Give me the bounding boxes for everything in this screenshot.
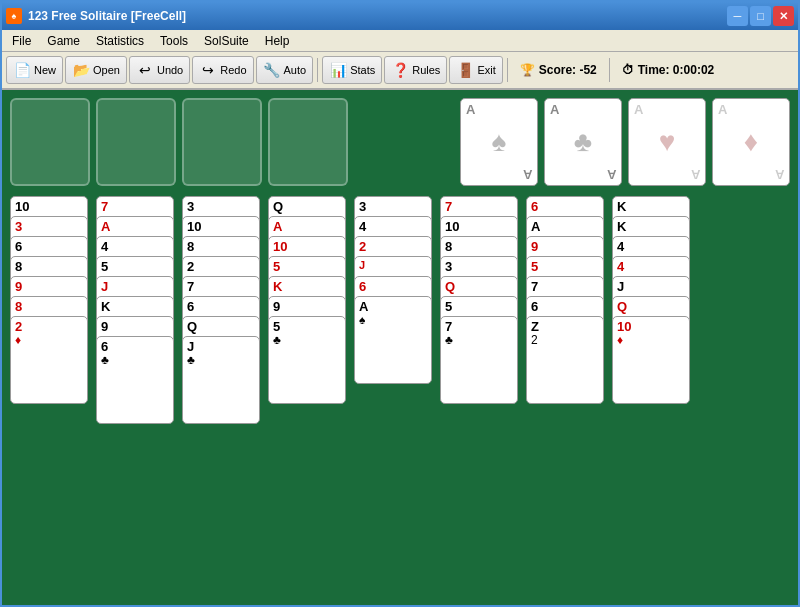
redo-button[interactable]: ↪ Redo (192, 56, 253, 84)
menu-solsuite[interactable]: SolSuite (196, 32, 257, 50)
foundation-diamonds[interactable]: A ♦ A (712, 98, 790, 186)
column-7[interactable]: 6♥ A♣ 9♥ 5♦ 7♠ 6♣ Z2 (526, 196, 606, 404)
auto-button[interactable]: 🔧 Auto (256, 56, 314, 84)
toolbar-separator-2 (507, 58, 508, 82)
exit-button[interactable]: 🚪 Exit (449, 56, 502, 84)
table-row[interactable]: 7♣ (440, 316, 518, 404)
free-cells (10, 98, 348, 188)
window-title: 123 Free Solitaire [FreeCell] (28, 9, 727, 23)
app-icon: ♠ (6, 8, 22, 24)
exit-icon: 🚪 (456, 61, 474, 79)
title-bar: ♠ 123 Free Solitaire [FreeCell] ─ □ ✕ (2, 2, 798, 30)
free-cell-1[interactable] (10, 98, 90, 186)
free-cell-4[interactable] (268, 98, 348, 186)
table-row[interactable]: 2♦ (10, 316, 88, 404)
free-cell-3[interactable] (182, 98, 262, 186)
toolbar: 📄 New 📂 Open ↩ Undo ↪ Redo 🔧 Auto 📊 Stat… (2, 52, 798, 90)
top-row: A ♠ A A ♣ A A ♥ A A (10, 98, 790, 188)
menu-game[interactable]: Game (39, 32, 88, 50)
card-stack-5: 3♠ 4♠ 2♥ J♥ 6♥ A♠ (354, 196, 434, 384)
time-display: ⏱ Time: 0:00:02 (614, 61, 722, 79)
menu-bar: File Game Statistics Tools SolSuite Help (2, 30, 798, 52)
table-row[interactable]: 10♦ (612, 316, 690, 404)
score-icon: 🏆 (520, 63, 535, 77)
foundations: A ♠ A A ♣ A A ♥ A A (460, 98, 790, 188)
new-icon: 📄 (13, 61, 31, 79)
main-window: ♠ 123 Free Solitaire [FreeCell] ─ □ ✕ Fi… (0, 0, 800, 607)
undo-icon: ↩ (136, 61, 154, 79)
card-stack-7: 6♥ A♣ 9♥ 5♦ 7♠ 6♣ Z2 (526, 196, 606, 404)
card-stack-6: 7♦ 10♠ 8♠ 3♠ Q♦ 5♣ 7♣ (440, 196, 520, 404)
table-row[interactable]: 6♣ (96, 336, 174, 424)
maximize-button[interactable]: □ (750, 6, 771, 26)
open-button[interactable]: 📂 Open (65, 56, 127, 84)
redo-icon: ↪ (199, 61, 217, 79)
minimize-button[interactable]: ─ (727, 6, 748, 26)
toolbar-separator-1 (317, 58, 318, 82)
undo-button[interactable]: ↩ Undo (129, 56, 190, 84)
rules-icon: ❓ (391, 61, 409, 79)
table-row[interactable]: Z2 (526, 316, 604, 404)
menu-tools[interactable]: Tools (152, 32, 196, 50)
card-stack-8: K♠ K♣ 4♣ 4♦ J♣ Q♥ 10♦ (612, 196, 692, 404)
column-1[interactable]: 10♠ 3♥ 6♣ 8♣ 9♦ 8♦ 2♦ (10, 196, 90, 404)
foundation-clubs[interactable]: A ♣ A (544, 98, 622, 186)
columns-row: 10♠ 3♥ 6♣ 8♣ 9♦ 8♦ 2♦ 7♥ A♦ 4♠ 5♠ J♦ K♠ (10, 196, 790, 597)
new-button[interactable]: 📄 New (6, 56, 63, 84)
rules-button[interactable]: ❓ Rules (384, 56, 447, 84)
time-value: Time: 0:00:02 (638, 63, 714, 77)
column-2[interactable]: 7♥ A♦ 4♠ 5♠ J♦ K♠ 9♣ 6♣ (96, 196, 176, 424)
card-stack-3: 3♠ 10♠ 8♠ 2♠ 7♠ 6♠ Q♠ J♣ (182, 196, 262, 424)
open-icon: 📂 (72, 61, 90, 79)
card-stack-2: 7♥ A♦ 4♠ 5♠ J♦ K♠ 9♣ 6♣ (96, 196, 176, 424)
table-row[interactable]: A♠ (354, 296, 432, 384)
card-stack-1: 10♠ 3♥ 6♣ 8♣ 9♦ 8♦ 2♦ (10, 196, 90, 404)
game-area: A ♠ A A ♣ A A ♥ A A (2, 90, 798, 605)
menu-file[interactable]: File (4, 32, 39, 50)
stats-icon: 📊 (329, 61, 347, 79)
foundation-hearts[interactable]: A ♥ A (628, 98, 706, 186)
close-button[interactable]: ✕ (773, 6, 794, 26)
table-row[interactable]: 5♣ (268, 316, 346, 404)
auto-icon: 🔧 (263, 61, 281, 79)
menu-statistics[interactable]: Statistics (88, 32, 152, 50)
score-value: Score: -52 (539, 63, 597, 77)
free-cell-2[interactable] (96, 98, 176, 186)
column-8[interactable]: K♠ K♣ 4♣ 4♦ J♣ Q♥ 10♦ (612, 196, 692, 404)
stats-button[interactable]: 📊 Stats (322, 56, 382, 84)
column-3[interactable]: 3♠ 10♠ 8♠ 2♠ 7♠ 6♠ Q♠ J♣ (182, 196, 262, 424)
time-icon: ⏱ (622, 63, 634, 77)
card-stack-4: Q♠ A♥ 10♥ 5♥ K♥ 9♣ 5♣ (268, 196, 348, 404)
table-row[interactable]: J♣ (182, 336, 260, 424)
column-6[interactable]: 7♦ 10♠ 8♠ 3♠ Q♦ 5♣ 7♣ (440, 196, 520, 404)
window-controls: ─ □ ✕ (727, 6, 794, 26)
foundation-spades[interactable]: A ♠ A (460, 98, 538, 186)
toolbar-separator-3 (609, 58, 610, 82)
menu-help[interactable]: Help (257, 32, 298, 50)
column-5[interactable]: 3♠ 4♠ 2♥ J♥ 6♥ A♠ (354, 196, 434, 384)
score-display: 🏆 Score: -52 (512, 61, 605, 79)
column-4[interactable]: Q♠ A♥ 10♥ 5♥ K♥ 9♣ 5♣ (268, 196, 348, 404)
